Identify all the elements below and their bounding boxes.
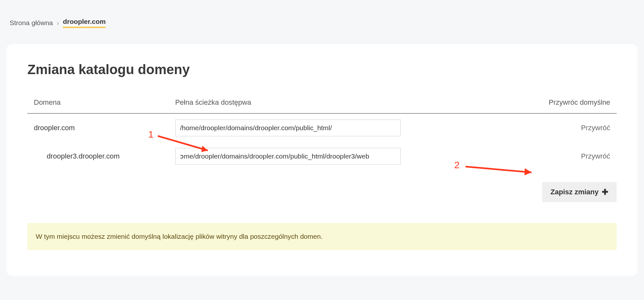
main-panel: Zmiana katalogu domeny Domena Pełna ście… (6, 44, 638, 276)
restore-link[interactable]: Przywróć (581, 152, 610, 160)
page-title: Zmiana katalogu domeny (27, 62, 617, 77)
plus-icon: ✚ (602, 188, 608, 196)
path-input[interactable] (175, 120, 401, 136)
breadcrumb-home-link[interactable]: Strona główna (10, 19, 53, 27)
info-notice: W tym miejscu możesz zmienić domyślną lo… (27, 223, 617, 250)
domain-table: Domena Pełna ścieżka dostępwa Przywróc d… (27, 95, 617, 170)
breadcrumb: Strona główna › droopler.com (6, 0, 638, 36)
save-button[interactable]: Zapisz zmiany ✚ (542, 182, 617, 202)
domain-label: droopler3.droopler.com (34, 152, 120, 160)
breadcrumb-current: droopler.com (63, 18, 106, 28)
col-header-path: Pełna ścieżka dostępwa (169, 95, 510, 113)
restore-link[interactable]: Przywróć (581, 124, 610, 132)
table-row: droopler3.droopler.com Przywróć (27, 142, 617, 170)
breadcrumb-separator: › (57, 19, 59, 27)
notice-text: W tym miejscu możesz zmienić domyślną lo… (36, 233, 322, 240)
path-input[interactable] (175, 148, 401, 165)
col-header-restore: Przywróc domyślne (510, 95, 617, 113)
table-row: droopler.com Przywróć (27, 113, 617, 142)
domain-label: droopler.com (34, 124, 75, 132)
save-button-label: Zapisz zmiany (551, 188, 599, 196)
col-header-domain: Domena (27, 95, 169, 113)
